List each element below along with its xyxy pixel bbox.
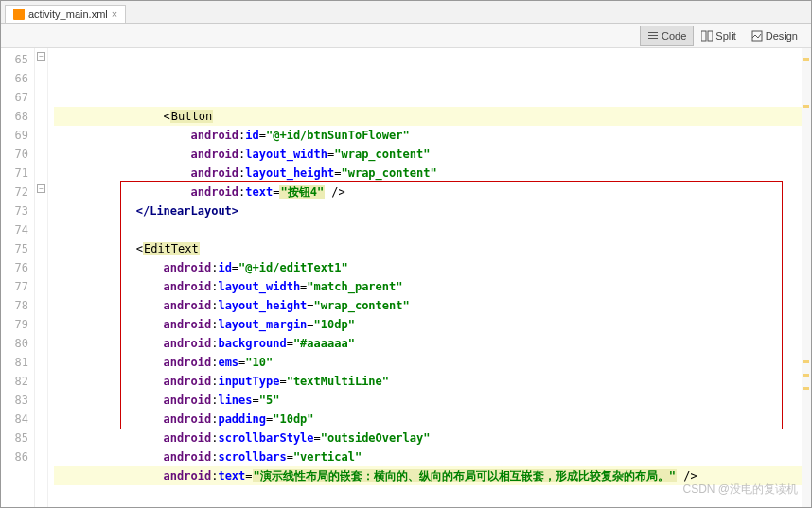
split-icon [701,30,713,42]
view-toolbar: Code Split Design [1,24,811,48]
close-icon[interactable]: × [112,9,117,20]
tab-bar: activity_main.xml × [1,1,811,24]
fold-gutter: − − [35,48,48,507]
view-design-button[interactable]: Design [744,26,805,46]
svg-rect-1 [648,35,658,36]
svg-rect-4 [708,31,713,41]
fold-toggle[interactable]: − [37,184,45,193]
fold-toggle[interactable]: − [37,52,45,61]
view-code-button[interactable]: Code [640,26,694,46]
code-area[interactable]: <Button android:id="@+id/btnSunToFlower"… [48,48,811,507]
watermark: CSDN @没电的复读机 [682,482,798,498]
svg-rect-0 [648,32,658,33]
marker-bar [802,48,811,507]
tab-filename: activity_main.xml [28,9,108,20]
file-tab[interactable]: activity_main.xml × [5,5,126,23]
code-editor[interactable]: 6566676869707172737475767778798081828384… [1,48,811,507]
svg-rect-3 [701,31,706,41]
code-icon [647,30,659,42]
line-gutter: 6566676869707172737475767778798081828384… [1,48,35,507]
xml-file-icon [13,9,25,20]
view-split-button[interactable]: Split [694,26,743,46]
design-icon [751,30,763,42]
svg-rect-2 [648,38,658,39]
